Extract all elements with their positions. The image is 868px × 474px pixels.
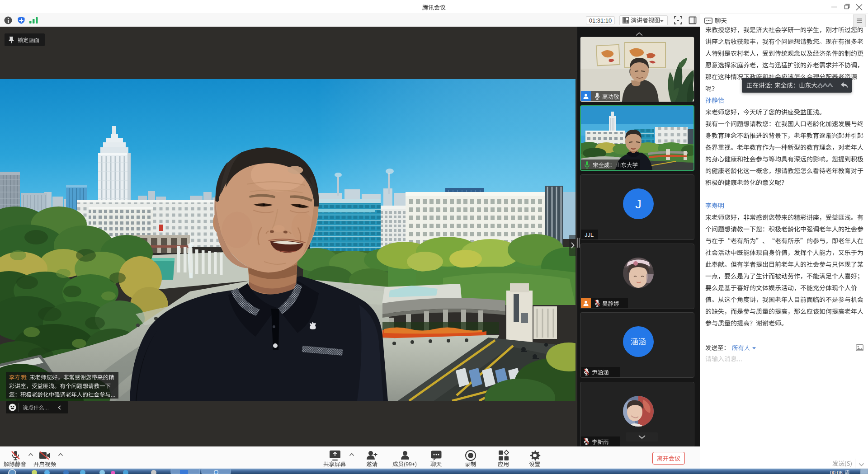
svg-text:J: J [635, 197, 642, 211]
